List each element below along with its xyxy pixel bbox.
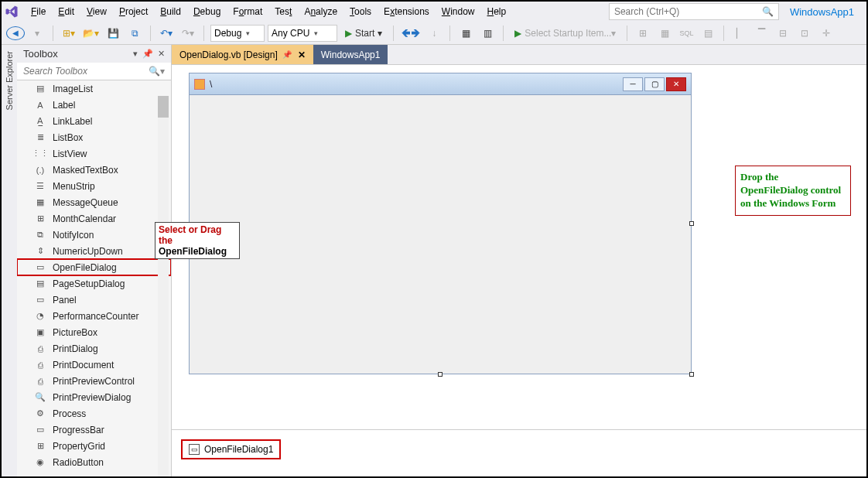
menu-project[interactable]: Project [113, 4, 154, 19]
toolbox-item-label: MonthCalendar [53, 213, 116, 224]
tab-pin-icon[interactable]: 📌 [282, 50, 292, 59]
menu-window[interactable]: Window [436, 4, 481, 19]
startup-item-dropdown[interactable]: ▶Select Startup Item...▾ [510, 25, 620, 42]
toolbox-item-label[interactable]: ALabel [17, 97, 171, 113]
resize-handle-corner[interactable] [689, 372, 694, 377]
align-left-icon[interactable]: ▏ [730, 24, 749, 43]
menu-debug[interactable]: Debug [187, 4, 227, 19]
messagequeue-icon: ▦ [34, 196, 46, 209]
toolbox-item-numericupdown[interactable]: ⇕NumericUpDown [17, 243, 171, 259]
monthcalendar-icon: ⊞ [34, 213, 46, 225]
undo-icon[interactable]: ↶▾ [157, 24, 176, 43]
component-tray[interactable]: ▭ OpenFileDialog1 [172, 430, 866, 476]
toolbox-item-radiobutton[interactable]: ◉RadioButton [17, 454, 171, 470]
same-size-icon[interactable]: ⊟ [774, 24, 792, 43]
toolbox-item-performancecounter[interactable]: ◔PerformanceCounter [17, 308, 171, 324]
table-icon[interactable]: ▤ [699, 24, 717, 43]
nav-forward-button[interactable]: ▾ [28, 24, 46, 43]
toolbox-search-input[interactable] [20, 64, 145, 78]
toolbox-item-label: Process [53, 408, 86, 419]
toolbox-item-openfiledialog[interactable]: ▭OpenFileDialog [17, 259, 171, 275]
save-all-icon[interactable]: ⧉ [125, 24, 144, 43]
toolbox-item-label: MenuStrip [53, 181, 95, 192]
toolbox-item-listbox[interactable]: ≣ListBox [17, 129, 171, 145]
toolbox-item-linklabel[interactable]: A̲LinkLabel [17, 113, 171, 129]
toolbox-item-printdialog[interactable]: ⎙PrintDialog [17, 340, 171, 357]
toolbox-item-notifyicon[interactable]: ⧉NotifyIcon [17, 227, 171, 243]
close-icon[interactable]: ✕ [666, 77, 686, 91]
form-designer-window[interactable]: \ ─ ▢ ✕ [189, 73, 692, 374]
window-position-icon[interactable]: ▾ [133, 49, 138, 59]
center-h-icon[interactable]: ⊡ [795, 24, 814, 43]
grid-icon[interactable]: ▦ [655, 24, 674, 43]
menu-format[interactable]: Format [227, 4, 268, 19]
toolbox-item-printpreviewdialog[interactable]: 🔍PrintPreviewDialog [17, 389, 171, 405]
toolbox-item-progressbar[interactable]: ▭ProgressBar [17, 422, 171, 438]
menu-test[interactable]: Test [268, 4, 298, 19]
toolbox-item-label: PrintDialog [53, 343, 98, 354]
nav-back-button[interactable]: ◀ [6, 26, 25, 40]
menu-build[interactable]: Build [154, 4, 187, 19]
printdocument-icon: ⎙ [34, 359, 46, 371]
add-item-icon[interactable]: ▦ [456, 24, 475, 43]
tab-close-icon[interactable]: ✕ [298, 50, 306, 60]
save-icon[interactable]: 💾 [104, 24, 122, 43]
toolbox-item-listview[interactable]: ⋮⋮ListView [17, 145, 171, 162]
toolbox-item-printpreviewcontrol[interactable]: ⎙PrintPreviewControl [17, 373, 171, 389]
menu-help[interactable]: Help [481, 4, 513, 19]
tab-opendialog-design[interactable]: OpenDialog.vb [Design] 📌 ✕ [172, 45, 313, 64]
browser-link-icon[interactable]: 🡸🡺 [400, 24, 422, 43]
close-icon[interactable]: ✕ [158, 49, 165, 59]
menu-file[interactable]: File [25, 4, 52, 19]
toolbox-title: Toolbox [23, 48, 58, 60]
menu-tools[interactable]: Tools [343, 4, 378, 19]
designer-canvas[interactable]: \ ─ ▢ ✕ Drop the OpenFileDialog control … [172, 65, 866, 430]
maximize-icon[interactable]: ▢ [644, 77, 665, 91]
toolbox-item-propertygrid[interactable]: ⊞PropertyGrid [17, 438, 171, 454]
sql-icon[interactable]: SQL [677, 24, 695, 43]
toolbox-item-maskedtextbox[interactable]: (.)MaskedTextBox [17, 162, 171, 178]
toolbox-item-pagesetupdialog[interactable]: ▤PageSetupDialog [17, 275, 171, 292]
toolbox-list[interactable]: ▤ImageListALabelA̲LinkLabel≣ListBox⋮⋮Lis… [17, 80, 171, 476]
document-tabs: OpenDialog.vb [Design] 📌 ✕ WindowsApp1 [172, 45, 866, 65]
menu-view[interactable]: View [80, 4, 113, 19]
toolbox-item-panel[interactable]: ▭Panel [17, 292, 171, 308]
solution-config-dropdown[interactable]: Debug▾ [210, 25, 265, 42]
tab-windowsapp1[interactable]: WindowsApp1 [313, 45, 388, 64]
solution-platform-dropdown[interactable]: Any CPU▾ [268, 25, 337, 42]
annotation-select-drag: Select or Drag the OpenFileDialog [155, 222, 240, 259]
toolbox-item-menustrip[interactable]: ☰MenuStrip [17, 178, 171, 194]
form-client-area[interactable] [190, 95, 691, 374]
search-input[interactable] [610, 6, 757, 17]
open-file-icon[interactable]: 📂▾ [81, 24, 101, 43]
redo-icon[interactable]: ↷▾ [179, 24, 197, 43]
toolbox-item-monthcalendar[interactable]: ⊞MonthCalendar [17, 210, 171, 227]
server-explorer-tab[interactable]: Server Explorer [2, 45, 17, 476]
new-project-icon[interactable]: ⊞▾ [60, 24, 78, 43]
resize-handle-bottom[interactable] [438, 372, 443, 377]
step-into-icon[interactable]: ↓ [425, 24, 443, 43]
layout-icon[interactable]: ⊞ [634, 24, 652, 43]
toolbox-scrollbar[interactable] [158, 96, 169, 476]
toolbox-header[interactable]: Toolbox ▾ 📌 ✕ [17, 45, 171, 63]
start-debug-button[interactable]: ▶Start▾ [340, 25, 387, 42]
component-openfiledialog1[interactable]: ▭ OpenFileDialog1 [181, 439, 281, 459]
add-existing-icon[interactable]: ▥ [478, 24, 497, 43]
minimize-icon[interactable]: ─ [623, 77, 643, 91]
toolbox-search[interactable]: 🔍▾ [17, 63, 171, 80]
quick-launch-search[interactable]: 🔍 [609, 3, 779, 20]
align-top-icon[interactable]: ▔ [752, 24, 771, 43]
center-v-icon[interactable]: ✛ [817, 24, 836, 43]
toolbox-item-process[interactable]: ⚙Process [17, 405, 171, 422]
pin-icon[interactable]: 📌 [142, 49, 153, 59]
toolbox-item-picturebox[interactable]: ▣PictureBox [17, 324, 171, 340]
toolbox-item-imagelist[interactable]: ▤ImageList [17, 80, 171, 97]
menu-analyze[interactable]: Analyze [298, 4, 343, 19]
toolbox-item-label: MessageQueue [53, 197, 118, 208]
resize-handle-right[interactable] [689, 221, 694, 226]
menu-extensions[interactable]: Extensions [378, 4, 436, 19]
toolbox-item-messagequeue[interactable]: ▦MessageQueue [17, 194, 171, 210]
form-titlebar[interactable]: \ ─ ▢ ✕ [190, 73, 691, 95]
menu-edit[interactable]: Edit [52, 4, 80, 19]
toolbox-item-printdocument[interactable]: ⎙PrintDocument [17, 357, 171, 373]
